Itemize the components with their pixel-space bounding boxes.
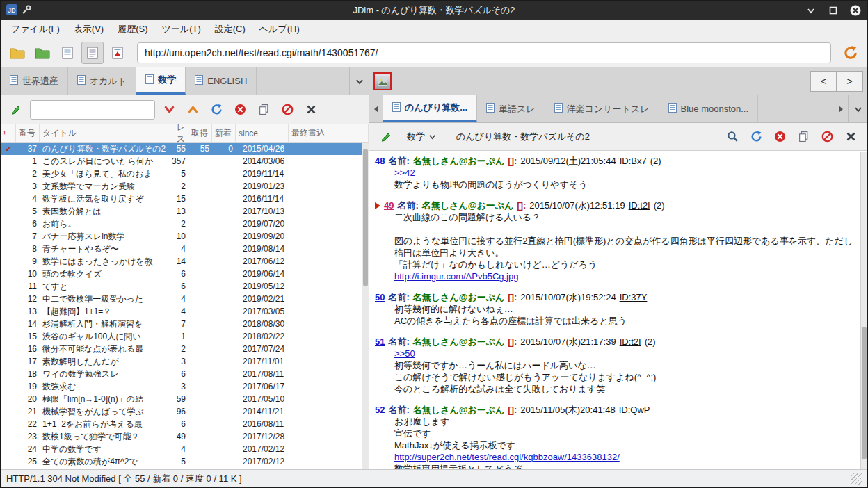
thread-row[interactable]: 5素因数分解とは132017/10/13: [1, 205, 369, 218]
thread-row[interactable]: 10頭の柔軟クイズ62019/06/14: [1, 268, 369, 280]
thread-row[interactable]: 23数検1級って独学で可能？492017/12/28: [1, 430, 369, 443]
thread-row[interactable]: 1このスレが目についたら何か3572014/03/06: [1, 155, 369, 168]
tab-scroll-left-icon[interactable]: [369, 95, 383, 122]
post-number-link[interactable]: 49: [384, 200, 394, 211]
anchor-link[interactable]: >>42: [394, 168, 415, 178]
post-name[interactable]: 名無しさん@おーぷん: [413, 404, 505, 416]
resize-grip[interactable]: [851, 473, 862, 485]
thread-row[interactable]: 21機械学習をがんばって学ぶ962014/11/21: [1, 405, 369, 418]
thread-row[interactable]: 4数学板に活気を取り戻すぞ152016/11/14: [1, 193, 369, 205]
thread-row[interactable]: 8青チャートやるぞ〜42019/08/14: [1, 243, 369, 255]
column-header-1[interactable]: 番号: [16, 124, 40, 142]
write-post-icon[interactable]: [376, 127, 396, 147]
new-thread-write-icon[interactable]: [6, 100, 26, 120]
board-delete-icon[interactable]: [301, 100, 321, 120]
thread-row[interactable]: 24中学の数学です42017/02/12: [1, 443, 369, 455]
column-header-3[interactable]: レス: [166, 124, 188, 142]
scroll-up-icon[interactable]: [183, 100, 202, 120]
board-view-icon[interactable]: [56, 42, 79, 64]
thread-row[interactable]: 3文系数学でマーカン受験22019/01/23: [1, 180, 369, 193]
thread-row[interactable]: 12中二で数検準一級受かった42019/02/21: [1, 293, 369, 305]
thread-row[interactable]: 17素数解明したんだが32017/11/01: [1, 355, 369, 368]
thread-tab-2[interactable]: 洋楽コンサートスレ: [545, 95, 659, 122]
thread-row[interactable]: 7バナー応募スレin数学102019/09/20: [1, 230, 369, 243]
board-scrollbar[interactable]: [362, 143, 369, 469]
minimize-button[interactable]: [805, 4, 817, 17]
url-reload-icon[interactable]: [839, 42, 862, 64]
thread-row[interactable]: 2美少女「ほら見て、私のおま52019/11/14: [1, 168, 369, 180]
thread-row[interactable]: 15渋谷のギャル100人に聞い12018/02/22: [1, 330, 369, 343]
board-stop-icon[interactable]: [230, 100, 250, 120]
thread-scrollbar-thumb[interactable]: [862, 327, 867, 460]
post-name[interactable]: 名無しさん@おーぷん: [413, 291, 505, 303]
menu-item-0[interactable]: ファイル(F): [5, 21, 66, 38]
board-tab-list-dropdown-icon[interactable]: [349, 67, 369, 95]
post-number-link[interactable]: 52: [375, 404, 385, 416]
board-tab-2[interactable]: 数学: [136, 67, 186, 95]
scroll-down-icon[interactable]: [159, 100, 179, 120]
board-scrollbar-thumb[interactable]: [363, 149, 368, 286]
maximize-button[interactable]: [827, 4, 839, 17]
post-name[interactable]: 名無しさん@おーぷん: [422, 200, 514, 211]
thread-row[interactable]: 9数学にはまったきっかけを教142017/06/12: [1, 255, 369, 268]
yellow-folder-icon[interactable]: [6, 42, 29, 64]
menu-item-2[interactable]: 履歴(S): [111, 21, 154, 38]
thread-tab-1[interactable]: 単語スレ: [477, 95, 545, 122]
thread-view-icon[interactable]: [81, 42, 104, 64]
column-header-6[interactable]: since: [236, 124, 289, 142]
url-link[interactable]: http://i.imgur.com/APvb5Cg.jpg: [394, 271, 518, 282]
thread-row[interactable]: 18ワイの数学勉強スレ62017/08/11: [1, 368, 369, 380]
post-name[interactable]: 名無しさん@おーぷん: [413, 336, 505, 348]
thread-copy-icon[interactable]: [794, 127, 813, 147]
post-id-link[interactable]: ID:t2I: [629, 200, 650, 211]
image-next-button[interactable]: >: [837, 71, 863, 92]
thread-tab-list-dropdown-icon[interactable]: [848, 95, 867, 122]
thread-row[interactable]: 25全ての素数の積が4π^2で52017/02/12: [1, 455, 369, 468]
favorites-view-icon[interactable]: [106, 42, 129, 64]
thread-row[interactable]: 11てすと62019/05/12: [1, 280, 369, 293]
tab-scroll-right-icon[interactable]: [834, 95, 848, 122]
image-tab-icon[interactable]: [373, 72, 392, 90]
post-id-link[interactable]: ID:t2I: [620, 336, 641, 348]
column-header-5[interactable]: 新着: [212, 124, 236, 142]
board-tab-3[interactable]: ENGLISH: [186, 67, 257, 95]
url-link[interactable]: http://super2ch.net/test/read.cgi/kqbbzo…: [394, 452, 620, 462]
board-tab-1[interactable]: オカルト: [68, 67, 136, 95]
column-header-7[interactable]: 最終書込: [289, 124, 369, 142]
post-name[interactable]: 名無しさん@おーぷん: [413, 155, 505, 167]
green-folder-icon[interactable]: [31, 42, 54, 64]
post-id-link[interactable]: ID:Bx7: [620, 155, 647, 167]
thread-row[interactable]: 6お前ら。22019/07/20: [1, 218, 369, 230]
thread-row[interactable]: 13【超難問】1+1=？42017/03/05: [1, 305, 369, 318]
post-id-link[interactable]: ID:QwP: [619, 404, 650, 416]
menu-item-4[interactable]: 設定(C): [209, 21, 252, 38]
thread-reload-icon[interactable]: [746, 127, 766, 147]
search-icon[interactable]: [723, 127, 742, 147]
image-prev-button[interactable]: <: [810, 71, 837, 92]
thread-row[interactable]: 16微分不可能な点が表れる最22017/07/24: [1, 343, 369, 355]
post-number-link[interactable]: 48: [375, 155, 385, 167]
column-header-2[interactable]: タイトル: [40, 124, 166, 142]
thread-row[interactable]: ✔37のんびり算数・数学パズルその2555502015/04/26: [1, 143, 369, 155]
board-filter-input[interactable]: [30, 100, 155, 120]
thread-stop-icon[interactable]: [770, 127, 789, 147]
thread-row[interactable]: 14杉浦解析入門・解析演習を72018/08/30: [1, 318, 369, 330]
thread-tab-3[interactable]: Blue moonston...: [659, 95, 759, 122]
thread-row[interactable]: 221+1=2をお前らが考える最62016/08/11: [1, 418, 369, 430]
post-number-link[interactable]: 50: [375, 291, 385, 303]
column-header-0[interactable]: !: [1, 124, 16, 142]
thread-scrollbar[interactable]: [860, 152, 867, 469]
thread-tab-0[interactable]: のんびり算数...: [383, 95, 477, 122]
column-header-4[interactable]: 取得: [188, 124, 212, 142]
thread-close-icon[interactable]: [841, 127, 860, 147]
board-copy-icon[interactable]: [254, 100, 273, 120]
thread-ng-icon[interactable]: [817, 127, 837, 147]
thread-row[interactable]: 19数強求む32017/06/17: [1, 380, 369, 393]
menu-item-3[interactable]: ツール(T): [156, 21, 207, 38]
menu-item-1[interactable]: 表示(V): [67, 21, 110, 38]
board-dropdown[interactable]: 数学: [401, 128, 441, 146]
board-reload-icon[interactable]: [207, 100, 226, 120]
thread-row[interactable]: 20極限「lim[n→1-0](n)」の結592017/05/10: [1, 393, 369, 405]
post-id-link[interactable]: ID:37Y: [620, 291, 648, 303]
board-ng-icon[interactable]: [278, 100, 297, 120]
